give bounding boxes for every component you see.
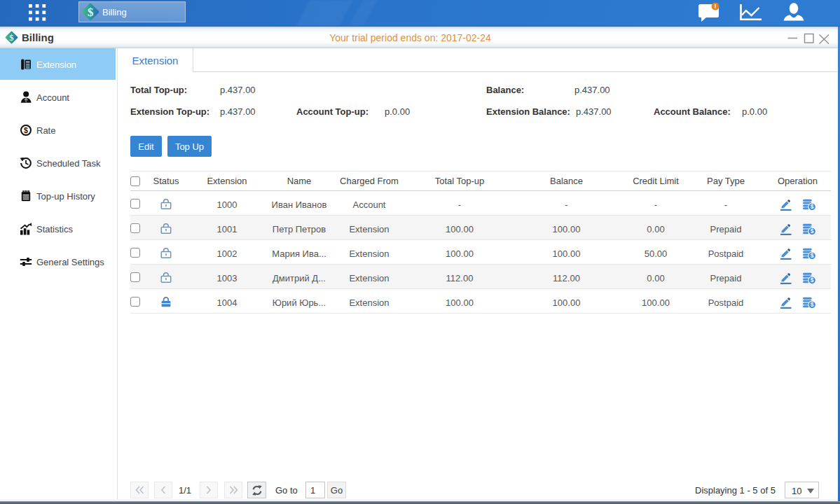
svg-text:$: $ — [811, 276, 814, 284]
svg-text:$: $ — [811, 301, 814, 308]
svg-text:$: $ — [811, 252, 814, 259]
svg-text:$: $ — [811, 227, 814, 234]
svg-text:$: $ — [811, 203, 814, 210]
svg-text:$: $ — [88, 6, 94, 19]
svg-text:$: $ — [24, 125, 28, 134]
svg-text:!: ! — [715, 3, 717, 10]
